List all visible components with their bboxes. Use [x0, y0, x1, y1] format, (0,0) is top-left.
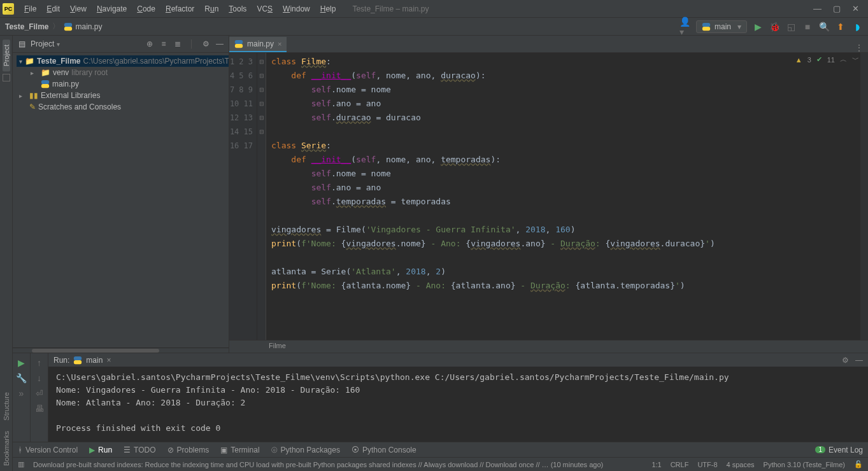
bookmarks-tool-button[interactable]	[3, 74, 10, 81]
more-run-actions[interactable]: »	[16, 388, 27, 399]
menu-navigate[interactable]: Navigate	[93, 3, 131, 15]
debug-button[interactable]: 🐞	[769, 21, 780, 32]
soft-wrap-icon[interactable]: ⏎	[34, 388, 45, 399]
tool-version-control[interactable]: ᚼVersion Control	[18, 446, 78, 454]
ide-update-icon[interactable]: ⬆	[835, 21, 846, 32]
chevron-down-icon: ▾	[57, 41, 60, 48]
editor-tabs-more[interactable]: ⋮	[850, 43, 868, 52]
step-up-icon[interactable]: ↑	[34, 357, 45, 369]
lock-icon[interactable]: 🔓	[854, 460, 863, 468]
play-icon: ▶	[89, 446, 95, 454]
code-with-me-icon[interactable]: ◗	[851, 21, 863, 32]
status-caret-pos[interactable]: 1:1	[651, 461, 661, 468]
tree-root[interactable]: ▾ 📁 Teste_Filme C:\Users\gabriel.santos\…	[17, 55, 229, 67]
menu-view[interactable]: View	[66, 3, 90, 15]
menu-window[interactable]: Window	[279, 3, 314, 15]
run-button[interactable]: ▶	[752, 21, 764, 32]
run-settings-icon[interactable]: ⚙	[842, 356, 849, 365]
tool-terminal[interactable]: ▣Terminal	[220, 446, 259, 454]
status-bar: ▥ Download pre-built shared indexes: Red…	[13, 457, 868, 471]
minimize-button[interactable]: —	[813, 4, 822, 13]
project-tool-button[interactable]: Project	[3, 39, 10, 71]
close-run-tab-icon[interactable]: ×	[106, 356, 111, 365]
svg-rect-5	[41, 84, 49, 88]
tree-venv[interactable]: ▸ 📁 venv library root	[17, 67, 229, 78]
run-config-label: main	[86, 356, 103, 365]
search-everywhere-button[interactable]: 🔍	[818, 21, 830, 32]
close-tab-icon[interactable]: ×	[278, 40, 281, 48]
tool-problems[interactable]: ⊘Problems	[167, 446, 210, 454]
fold-gutter[interactable]: ⊟ ⊟ ⊟ ⊟ ⊟ ⊟	[257, 53, 266, 340]
terminal-icon: ▣	[220, 446, 227, 454]
settings-icon[interactable]: ⚙	[201, 39, 211, 49]
problems-icon: ⊘	[167, 446, 174, 454]
line-number-gutter[interactable]: 1 2 3 4 5 6 7 8 9 10 11 12 13 14 15 16 1…	[229, 53, 257, 340]
project-panel-title[interactable]: Project ▾	[31, 39, 60, 48]
tool-event-log[interactable]: 1 Event Log	[815, 446, 863, 454]
tool-run[interactable]: ▶Run	[89, 446, 112, 454]
collapse-all-icon[interactable]: ≣	[173, 39, 183, 49]
tree-external-libs[interactable]: ▸ ▮▮ External Libraries	[17, 90, 229, 101]
tree-scratches[interactable]: ▸ ✎ Scratches and Consoles	[17, 101, 229, 113]
console-output[interactable]: C:\Users\gabriel.santos\PycharmProjects\…	[48, 367, 868, 442]
add-user-icon[interactable]: 👤▾	[679, 21, 691, 32]
menu-file[interactable]: File	[20, 3, 40, 15]
menu-edit[interactable]: Edit	[43, 3, 64, 15]
titlebar: PC File Edit View Navigate Code Refactor…	[0, 0, 868, 18]
warning-icon: ▲	[795, 56, 802, 64]
tool-todo[interactable]: ☰TODO	[124, 446, 155, 454]
menu-run[interactable]: Run	[201, 3, 222, 15]
breadcrumb-file[interactable]: main.py	[75, 22, 102, 31]
run-actions-secondary: ↑ ↓ ⏎ 🖶	[31, 353, 48, 442]
editor-breadcrumbs[interactable]: Filme	[229, 340, 868, 353]
code-area[interactable]: class Filme: def __init__(self, nome, an…	[266, 53, 860, 340]
svg-rect-9	[74, 360, 82, 364]
inspections-widget[interactable]: ▲3 ✔11 ︿ ﹀	[795, 55, 859, 64]
tab-main-py[interactable]: main.py ×	[229, 37, 287, 52]
menu-code[interactable]: Code	[133, 3, 159, 15]
expand-all-icon[interactable]: ≡	[159, 39, 169, 49]
check-icon: ✔	[816, 55, 822, 64]
rerun-button[interactable]: ▶	[16, 357, 27, 369]
hide-icon[interactable]: —	[215, 39, 225, 49]
menu-tools[interactable]: Tools	[225, 3, 250, 15]
down-icon[interactable]: ﹀	[852, 55, 859, 64]
menu-refactor[interactable]: Refactor	[162, 3, 198, 15]
close-button[interactable]: ✕	[852, 4, 859, 13]
status-tool-icon[interactable]: ▥	[18, 460, 24, 468]
status-line-sep[interactable]: CRLF	[671, 461, 689, 468]
breadcrumb-project[interactable]: Teste_Filme	[5, 22, 48, 31]
print-icon[interactable]: 🖶	[34, 403, 45, 414]
tool-python-console[interactable]: ⦿Python Console	[352, 446, 416, 454]
step-down-icon[interactable]: ↓	[34, 372, 45, 384]
project-tree[interactable]: ▾ 📁 Teste_Filme C:\Users\gabriel.santos\…	[13, 53, 229, 348]
run-config-name: main	[715, 22, 731, 31]
svg-rect-7	[235, 44, 243, 48]
status-encoding[interactable]: UTF-8	[697, 461, 717, 468]
tree-file-main[interactable]: main.py	[17, 78, 229, 90]
run-config-selector[interactable]: main ▾	[696, 20, 747, 33]
editor-marker-bar[interactable]	[860, 53, 868, 340]
run-actions-primary: ▶ 🔧 »	[13, 353, 31, 442]
svg-rect-8	[74, 356, 82, 360]
main-menu: File Edit View Navigate Code Refactor Ru…	[20, 3, 339, 15]
menu-help[interactable]: Help	[317, 3, 340, 15]
status-indent[interactable]: 4 spaces	[727, 461, 755, 468]
locate-icon[interactable]: ⊕	[145, 39, 155, 49]
coverage-button[interactable]: ◱	[785, 21, 797, 32]
structure-tool-button[interactable]: Structure	[3, 387, 10, 426]
menu-vcs[interactable]: VCS	[253, 3, 276, 15]
stop-button[interactable]: ■	[802, 21, 813, 32]
project-scrollbar[interactable]	[13, 348, 229, 353]
status-message[interactable]: Download pre-built shared indexes: Reduc…	[33, 461, 643, 468]
status-interpreter[interactable]: Python 3.10 (Teste_Filme)	[764, 461, 845, 468]
bottom-tool-stripe: ᚼVersion Control ▶Run ☰TODO ⊘Problems ▣T…	[13, 442, 868, 457]
up-icon[interactable]: ︿	[840, 55, 847, 64]
run-hide-icon[interactable]: —	[855, 356, 863, 365]
wrench-icon[interactable]: 🔧	[16, 372, 27, 384]
bookmarks-tool-button-2[interactable]: Bookmarks	[3, 426, 10, 471]
app-logo: PC	[3, 3, 14, 15]
tool-python-packages[interactable]: ⦾Python Packages	[271, 446, 340, 454]
python-file-icon	[64, 22, 73, 31]
maximize-button[interactable]: ▢	[833, 4, 841, 13]
